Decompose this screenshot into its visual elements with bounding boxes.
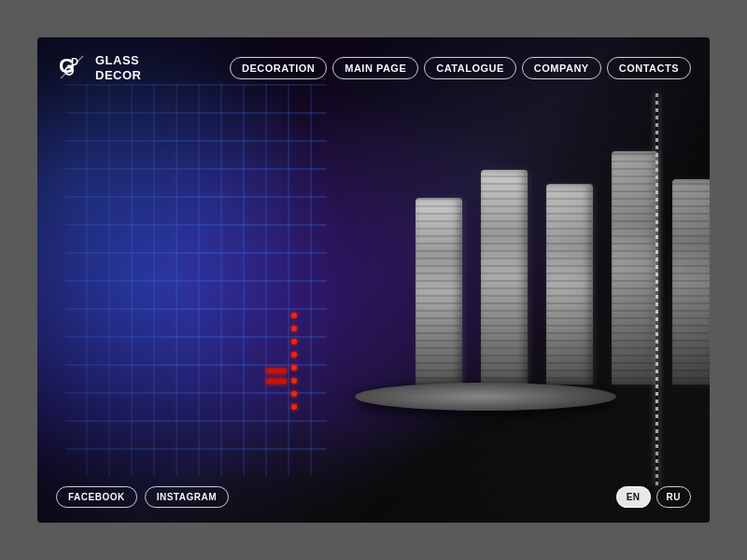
language-switcher: EN RU: [616, 486, 691, 508]
logo-text: GLASS DECOR: [95, 53, 141, 82]
social-links: FACEBOOK INSTAGRAM: [56, 486, 229, 508]
nav-catalogue[interactable]: CATALOGUE: [424, 57, 516, 79]
lang-en[interactable]: EN: [616, 486, 651, 508]
vignette: [37, 37, 710, 523]
navbar: G D GLASS DECOR DECORATION MAIN PAGE CAT…: [37, 52, 710, 84]
social-instagram[interactable]: INSTAGRAM: [145, 486, 229, 508]
social-facebook[interactable]: FACEBOOK: [56, 486, 137, 508]
logo-line1: GLASS: [95, 53, 141, 68]
nav-links: DECORATION MAIN PAGE CATALOGUE COMPANY C…: [230, 57, 691, 79]
nav-main-page[interactable]: MAIN PAGE: [332, 57, 418, 79]
nav-decoration[interactable]: DECORATION: [230, 57, 327, 79]
bottom-bar: FACEBOOK INSTAGRAM EN RU: [37, 486, 710, 508]
logo: G D GLASS DECOR: [56, 52, 141, 84]
main-container: G D GLASS DECOR DECORATION MAIN PAGE CAT…: [37, 37, 710, 523]
lang-ru[interactable]: RU: [656, 486, 691, 508]
logo-icon: G D: [56, 52, 88, 84]
nav-company[interactable]: COMPANY: [522, 57, 601, 79]
nav-contacts[interactable]: CONTACTS: [607, 57, 691, 79]
logo-line2: DECOR: [95, 68, 141, 83]
